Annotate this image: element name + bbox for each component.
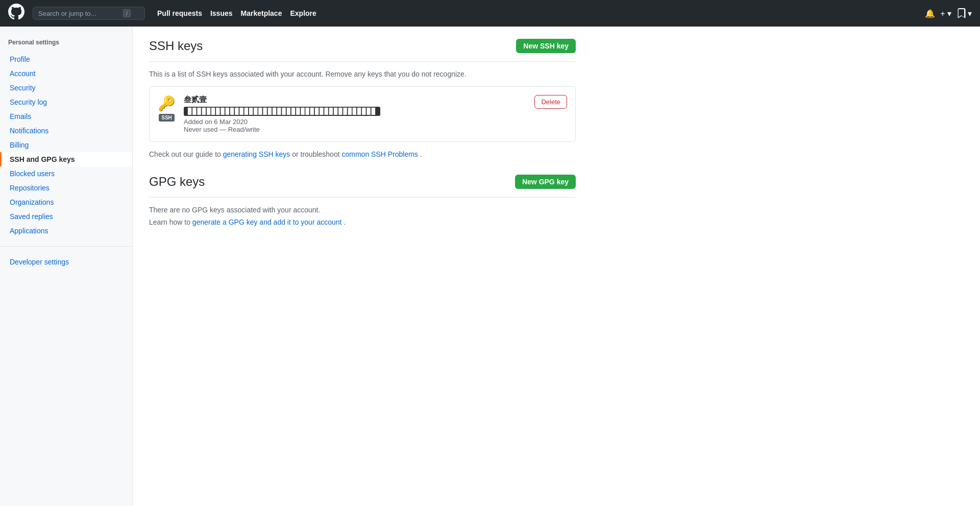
sidebar-item-applications[interactable]: Applications — [0, 224, 132, 238]
new-item-button[interactable]: + ▾ — [940, 9, 951, 18]
sidebar-item-account[interactable]: Account — [0, 66, 132, 81]
ssh-key-fingerprint: ████████████████████████████████████████ — [184, 107, 380, 116]
nav-marketplace[interactable]: Marketplace — [241, 9, 282, 17]
sidebar-item-profile[interactable]: Profile — [0, 52, 132, 66]
navbar: / Pull requests Issues Marketplace Explo… — [0, 0, 980, 27]
gpg-empty-text: There are no GPG keys associated with yo… — [149, 206, 576, 214]
new-ssh-key-button[interactable]: New SSH key — [516, 39, 576, 53]
search-box[interactable]: / — [33, 7, 145, 20]
ssh-description: This is a list of SSH keys associated wi… — [149, 70, 576, 78]
main-content: SSH keys New SSH key This is a list of S… — [133, 27, 592, 506]
sidebar-item-billing[interactable]: Billing — [0, 138, 132, 152]
user-avatar-button[interactable]: ▾ — [957, 8, 972, 18]
sidebar-item-saved-replies[interactable]: Saved replies — [0, 209, 132, 224]
guide-prefix: Check out our guide to — [149, 150, 223, 158]
gpg-learn-prefix: Learn how to — [149, 218, 192, 226]
gpg-learn-suffix: . — [344, 218, 346, 226]
slash-key: / — [123, 9, 131, 17]
ssh-added-date: Added on 6 Mar 2020 — [184, 118, 248, 126]
nav-explore[interactable]: Explore — [290, 9, 316, 17]
sidebar-heading: Personal settings — [0, 35, 132, 48]
sidebar-item-ssh-gpg-keys[interactable]: SSH and GPG keys — [0, 152, 132, 166]
gpg-section-header: GPG keys New GPG key — [149, 175, 576, 198]
page-body: Personal settings Profile Account Securi… — [0, 27, 980, 506]
sidebar-item-emails[interactable]: Emails — [0, 109, 132, 124]
sidebar-item-organizations[interactable]: Organizations — [0, 195, 132, 209]
ssh-key-icon-wrap: 🔑 SSH — [158, 95, 176, 122]
ssh-badge: SSH — [159, 114, 175, 122]
nav-links: Pull requests Issues Marketplace Explore — [157, 9, 316, 17]
notifications-bell-button[interactable]: 🔔 — [925, 9, 935, 18]
nav-pull-requests[interactable]: Pull requests — [157, 9, 202, 17]
sidebar-item-developer-settings[interactable]: Developer settings — [0, 255, 132, 269]
ssh-section-header: SSH keys New SSH key — [149, 39, 576, 62]
gpg-section: GPG keys New GPG key There are no GPG ke… — [149, 175, 576, 226]
sidebar-item-notifications[interactable]: Notifications — [0, 124, 132, 138]
github-logo-icon[interactable] — [8, 4, 24, 23]
key-icon: 🔑 — [158, 95, 176, 112]
sidebar-item-security-log[interactable]: Security log — [0, 95, 132, 109]
delete-ssh-key-button[interactable]: Delete — [534, 95, 567, 109]
gpg-section-title: GPG keys — [149, 175, 205, 189]
ssh-key-details: 叁贰壹 ████████████████████████████████████… — [184, 95, 526, 133]
generating-ssh-keys-link[interactable]: generating SSH keys — [223, 150, 290, 158]
nav-issues[interactable]: Issues — [210, 9, 233, 17]
sidebar-divider — [0, 246, 132, 247]
guide-end: . — [420, 150, 422, 158]
new-gpg-key-button[interactable]: New GPG key — [515, 175, 576, 189]
ssh-section-title: SSH keys — [149, 39, 203, 53]
guide-middle: or troubleshoot — [292, 150, 341, 158]
search-input[interactable] — [38, 10, 120, 17]
sidebar: Personal settings Profile Account Securi… — [0, 27, 133, 506]
sidebar-item-blocked-users[interactable]: Blocked users — [0, 166, 132, 181]
sidebar-item-repositories[interactable]: Repositories — [0, 181, 132, 195]
sidebar-item-security[interactable]: Security — [0, 81, 132, 95]
ssh-key-meta: Added on 6 Mar 2020 Never used — Read/wr… — [184, 118, 526, 133]
ssh-key-card: 🔑 SSH 叁贰壹 ██████████████████████████████… — [149, 86, 576, 142]
ssh-guide-text: Check out our guide to generating SSH ke… — [149, 150, 576, 158]
nav-right: 🔔 + ▾ ▾ — [925, 8, 972, 18]
sidebar-personal-settings: Profile Account Security Security log Em… — [0, 48, 132, 242]
common-ssh-problems-link[interactable]: common SSH Problems — [341, 150, 418, 158]
ssh-usage: Never used — Read/write — [184, 126, 260, 133]
generate-gpg-key-link[interactable]: generate a GPG key and add it to your ac… — [192, 218, 342, 226]
gpg-learn-text: Learn how to generate a GPG key and add … — [149, 218, 576, 226]
ssh-key-name: 叁贰壹 — [184, 95, 526, 105]
sidebar-developer-section: Developer settings — [0, 251, 132, 273]
